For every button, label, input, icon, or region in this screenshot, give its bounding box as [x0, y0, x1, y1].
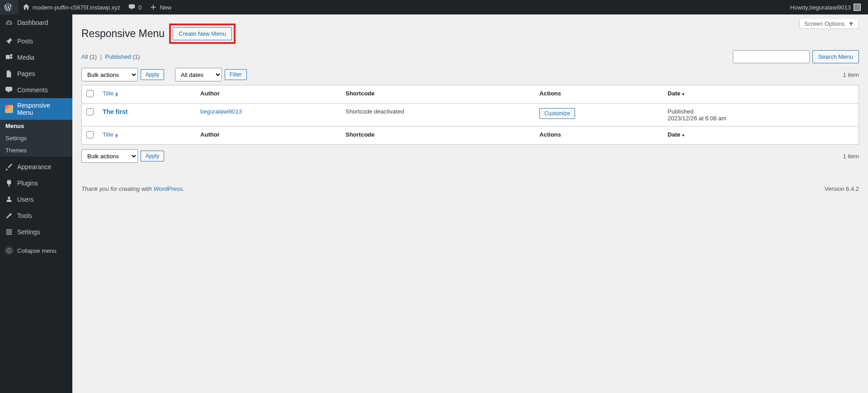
row-author-link[interactable]: beguralawi9013	[200, 108, 242, 115]
sort-icon: ▲▼	[114, 133, 119, 137]
sidebar-posts[interactable]: Posts	[0, 33, 72, 49]
col-actions: Actions	[535, 85, 663, 104]
howdy-prefix: Howdy,	[790, 4, 809, 11]
table-row: The first beguralawi9013 Shortcode deact…	[82, 104, 859, 127]
plug-icon	[5, 179, 14, 188]
pin-icon	[5, 37, 14, 46]
username: beguralawi9013	[809, 4, 851, 11]
highlight-annotation: Create New Menu	[169, 24, 236, 44]
site-name: modern-puffin-c5875f.instawp.xyz	[33, 4, 120, 11]
new-label: New	[160, 4, 171, 11]
search-input[interactable]	[733, 50, 810, 63]
select-all-top[interactable]	[86, 90, 94, 97]
bulk-actions-select-top[interactable]: Bulk actions	[81, 68, 138, 81]
filter-all[interactable]: All	[81, 53, 88, 60]
col-title[interactable]: Title▲▼	[98, 85, 196, 104]
wordpress-link[interactable]: WordPress	[154, 185, 183, 192]
filter-button[interactable]: Filter	[225, 69, 247, 80]
col-author: Author	[196, 85, 341, 104]
page-icon	[5, 69, 14, 78]
dashboard-icon	[5, 18, 14, 27]
submenu-themes[interactable]: Themes	[0, 144, 72, 156]
search-menu-button[interactable]: Search Menu	[812, 50, 859, 63]
comment-count: 0	[138, 4, 142, 11]
select-all-bottom[interactable]	[86, 131, 94, 138]
page-title: Responsive Menu	[81, 28, 165, 40]
home-icon	[22, 3, 31, 12]
create-new-menu-button[interactable]: Create New Menu	[173, 27, 232, 40]
filter-all-count: (1)	[90, 53, 97, 60]
sort-icon: ▲▼	[114, 92, 119, 96]
row-checkbox[interactable]	[86, 108, 94, 115]
row-date-value: 2023/12/26 at 6:08 am	[668, 115, 854, 122]
site-name-link[interactable]: modern-puffin-c5875f.instawp.xyz	[18, 0, 124, 14]
filter-published[interactable]: Published	[105, 53, 131, 60]
comment-icon	[127, 3, 137, 12]
plus-icon	[149, 3, 158, 12]
wp-logo-menu[interactable]	[0, 0, 18, 14]
brush-icon	[5, 162, 14, 171]
apply-button-top[interactable]: Apply	[141, 69, 164, 80]
caret-down-icon: ▼	[848, 20, 854, 27]
date-filter-select[interactable]: All dates	[175, 68, 222, 81]
sidebar-appearance[interactable]: Appearance	[0, 159, 72, 175]
filter-published-count: (1)	[132, 53, 140, 60]
wordpress-icon	[4, 3, 13, 12]
col-date-foot[interactable]: Date ♦	[663, 127, 859, 145]
row-date-status: Published	[668, 108, 854, 115]
sidebar-media[interactable]: Media	[0, 49, 72, 66]
comments-link[interactable]: 0	[124, 0, 145, 14]
comments-icon	[5, 85, 14, 95]
sidebar-responsive-menu[interactable]: Responsive Menu	[0, 98, 72, 120]
sort-icon: ♦	[682, 91, 684, 96]
footer-thanks: Thank you for creating with WordPress.	[81, 185, 184, 192]
row-shortcode: Shortcode deactivated	[341, 104, 535, 127]
sort-icon: ♦	[682, 133, 684, 137]
row-title-link[interactable]: The first	[103, 108, 127, 115]
item-count-top: 1 item	[843, 71, 859, 78]
customize-button[interactable]: Customize	[539, 108, 575, 119]
user-account-menu[interactable]: Howdy, beguralawi9013	[787, 0, 864, 14]
user-icon	[5, 195, 14, 197]
sidebar-comments[interactable]: Comments	[0, 82, 72, 98]
bulk-actions-select-bottom[interactable]: Bulk actions	[81, 149, 138, 163]
sidebar-users[interactable]: Users	[0, 191, 72, 197]
responsive-menu-icon	[5, 104, 14, 114]
item-count-bottom: 1 item	[843, 153, 859, 160]
apply-button-bottom[interactable]: Apply	[141, 151, 164, 161]
new-content-link[interactable]: New	[145, 0, 175, 14]
sidebar-plugins[interactable]: Plugins	[0, 175, 72, 191]
submenu-menus[interactable]: Menus	[0, 120, 72, 132]
screen-options-toggle[interactable]: Screen Options ▼	[799, 19, 859, 29]
submenu-settings[interactable]: Settings	[0, 132, 72, 144]
col-date[interactable]: Date ♦	[663, 85, 859, 104]
sidebar-dashboard[interactable]: Dashboard	[0, 14, 72, 31]
col-shortcode: Shortcode	[341, 85, 535, 104]
sidebar-pages[interactable]: Pages	[0, 66, 72, 82]
avatar	[854, 4, 861, 11]
col-title-foot[interactable]: Title▲▼	[98, 127, 196, 145]
media-icon	[5, 53, 14, 62]
footer-version: Version 6.4.2	[825, 185, 859, 192]
